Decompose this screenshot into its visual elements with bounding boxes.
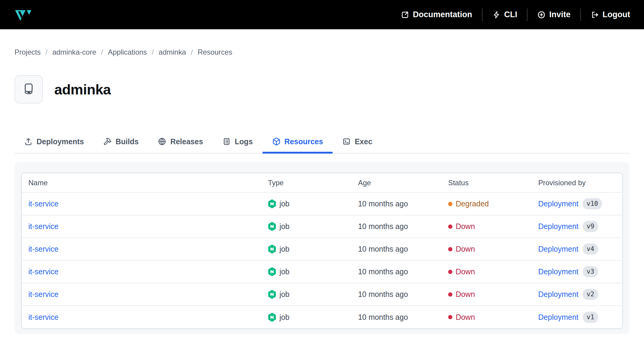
table-row: it-service job 10 months ago Down D bbox=[22, 260, 622, 283]
breadcrumb-project-name[interactable]: adminka-core bbox=[52, 48, 96, 56]
deployment-link[interactable]: Deployment bbox=[538, 245, 578, 253]
deployment-link[interactable]: Deployment bbox=[538, 222, 578, 231]
status-dot-icon bbox=[448, 202, 452, 206]
logs-list-icon bbox=[222, 137, 231, 146]
status-badge: Down bbox=[456, 290, 475, 299]
resource-age: 10 months ago bbox=[358, 313, 408, 321]
logout-link[interactable]: Logout bbox=[591, 10, 630, 19]
resource-name-link[interactable]: it-service bbox=[28, 267, 59, 276]
tab-label: Releases bbox=[170, 137, 203, 146]
invite-plus-icon bbox=[537, 11, 546, 19]
column-header-type: Type bbox=[268, 173, 358, 192]
logout-label: Logout bbox=[603, 10, 630, 19]
nomad-job-icon bbox=[268, 290, 276, 299]
brand-logo[interactable] bbox=[14, 8, 33, 22]
nav-divider bbox=[482, 8, 483, 21]
resource-age: 10 months ago bbox=[358, 290, 408, 298]
documentation-label: Documentation bbox=[413, 10, 472, 19]
version-badge: v9 bbox=[583, 221, 598, 232]
version-badge: v2 bbox=[583, 289, 598, 300]
resource-name-link[interactable]: it-service bbox=[28, 313, 59, 321]
resources-table-card: Name Type Age Status Provisioned by it-s… bbox=[21, 173, 623, 329]
resources-panel: Name Type Age Status Provisioned by it-s… bbox=[14, 162, 630, 334]
table-row: it-service job 10 months ago Down D bbox=[22, 306, 622, 328]
brand-logo-icon bbox=[14, 8, 33, 22]
tab-label: Logs bbox=[235, 137, 253, 146]
topbar-nav: Documentation CLI Invite Logout bbox=[401, 8, 630, 21]
invite-link[interactable]: Invite bbox=[537, 10, 571, 19]
tab-builds[interactable]: Builds bbox=[94, 130, 148, 153]
tab-label: Deployments bbox=[37, 137, 84, 146]
resource-name-link[interactable]: it-service bbox=[28, 245, 59, 253]
page-header: adminka bbox=[14, 75, 630, 103]
documentation-link[interactable]: Documentation bbox=[401, 10, 472, 19]
status-dot-icon bbox=[448, 224, 452, 229]
breadcrumb: Projects / adminka-core / Applications /… bbox=[14, 48, 630, 56]
table-row: it-service job 10 months ago Down D bbox=[22, 238, 622, 260]
tab-logs[interactable]: Logs bbox=[213, 130, 263, 153]
nav-divider bbox=[527, 8, 528, 21]
hammer-icon bbox=[103, 137, 112, 146]
application-tabs: Deployments Builds Releases L bbox=[14, 130, 630, 154]
tab-releases[interactable]: Releases bbox=[148, 130, 212, 153]
column-header-name: Name bbox=[22, 173, 268, 192]
nomad-job-icon bbox=[268, 267, 276, 276]
resource-name-link[interactable]: it-service bbox=[28, 222, 59, 231]
cli-lightning-icon bbox=[492, 11, 501, 19]
status-badge: Down bbox=[456, 222, 475, 231]
resource-type-label: job bbox=[279, 290, 289, 299]
resource-age: 10 months ago bbox=[358, 267, 408, 276]
tab-exec[interactable]: Exec bbox=[333, 130, 382, 153]
breadcrumb-projects[interactable]: Projects bbox=[14, 48, 41, 56]
top-navigation-bar: Documentation CLI Invite Logout bbox=[0, 0, 644, 29]
resource-age: 10 months ago bbox=[358, 245, 408, 253]
deployment-link[interactable]: Deployment bbox=[538, 290, 578, 299]
tab-resources[interactable]: Resources bbox=[263, 130, 333, 153]
tab-label: Exec bbox=[355, 137, 372, 146]
version-badge: v1 bbox=[583, 312, 598, 323]
column-header-age: Age bbox=[358, 173, 448, 192]
cli-link[interactable]: CLI bbox=[492, 10, 518, 19]
application-book-icon bbox=[21, 82, 36, 97]
deployment-link[interactable]: Deployment bbox=[538, 313, 578, 322]
application-icon-card bbox=[14, 75, 43, 103]
resource-age: 10 months ago bbox=[358, 222, 408, 231]
status-dot-icon bbox=[448, 247, 452, 251]
status-dot-icon bbox=[448, 270, 452, 274]
breadcrumb-resources[interactable]: Resources bbox=[198, 48, 232, 56]
nomad-job-icon bbox=[268, 199, 276, 208]
tab-label: Builds bbox=[116, 137, 139, 146]
table-row: it-service job 10 months ago Degraded bbox=[22, 192, 622, 215]
nomad-job-icon bbox=[268, 244, 276, 254]
table-row: it-service job 10 months ago Down D bbox=[22, 215, 622, 238]
table-header-row: Name Type Age Status Provisioned by bbox=[22, 173, 622, 192]
breadcrumb-application-name[interactable]: adminka bbox=[159, 48, 186, 56]
status-cell: Down bbox=[448, 313, 538, 322]
resource-type-label: job bbox=[279, 199, 289, 208]
status-dot-icon bbox=[448, 315, 452, 319]
status-badge: Down bbox=[456, 267, 475, 276]
status-cell: Down bbox=[448, 222, 538, 231]
column-header-status: Status bbox=[448, 173, 538, 192]
resource-age: 10 months ago bbox=[358, 199, 408, 208]
documentation-icon bbox=[401, 11, 409, 19]
status-dot-icon bbox=[448, 292, 452, 297]
column-header-provisioned-by: Provisioned by bbox=[538, 173, 622, 192]
breadcrumb-applications[interactable]: Applications bbox=[108, 48, 147, 56]
globe-icon bbox=[158, 137, 166, 146]
deployment-link[interactable]: Deployment bbox=[538, 267, 578, 276]
upload-icon bbox=[24, 137, 33, 146]
nomad-job-icon bbox=[268, 313, 276, 322]
status-badge: Degraded bbox=[456, 199, 489, 208]
tab-deployments[interactable]: Deployments bbox=[14, 130, 94, 153]
logout-icon bbox=[591, 11, 599, 19]
deployment-link[interactable]: Deployment bbox=[538, 199, 578, 208]
resource-name-link[interactable]: it-service bbox=[28, 199, 59, 208]
resources-table: Name Type Age Status Provisioned by it-s… bbox=[22, 173, 622, 328]
page-title: adminka bbox=[54, 81, 111, 98]
version-badge: v3 bbox=[583, 266, 598, 277]
status-cell: Down bbox=[448, 267, 538, 276]
resource-type-label: job bbox=[279, 245, 289, 253]
status-badge: Down bbox=[456, 313, 475, 322]
resource-name-link[interactable]: it-service bbox=[28, 290, 59, 298]
